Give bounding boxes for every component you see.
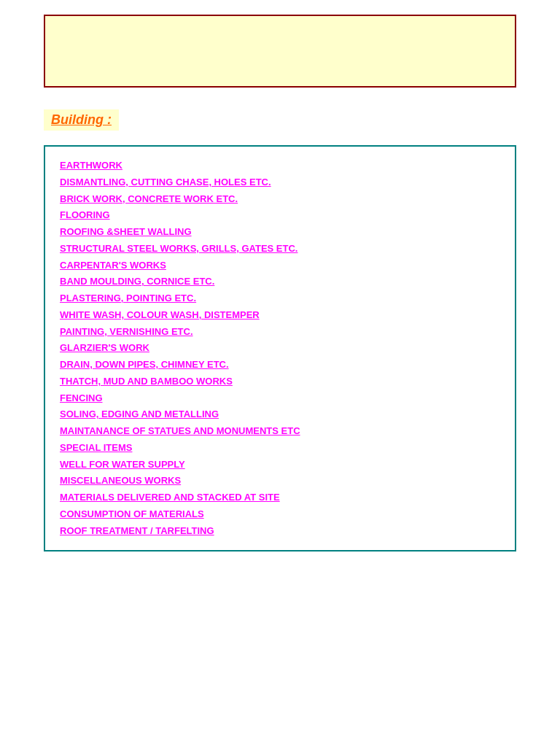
building-label: Building : <box>44 109 119 131</box>
list-item[interactable]: ROOFING &SHEET WALLING <box>60 224 500 241</box>
list-item[interactable]: BRICK WORK, CONCRETE WORK ETC. <box>60 191 500 208</box>
header-box <box>44 15 516 88</box>
list-item[interactable]: FLOORING <box>60 207 500 224</box>
items-box: EARTHWORKDISMANTLING, CUTTING CHASE, HOL… <box>44 145 516 551</box>
page-container: Building : EARTHWORKDISMANTLING, CUTTING… <box>0 0 560 747</box>
list-item[interactable]: FENCING <box>60 390 500 407</box>
list-item[interactable]: EARTHWORK <box>60 158 500 174</box>
list-item[interactable]: STRUCTURAL STEEL WORKS, GRILLS, GATES ET… <box>60 241 500 258</box>
list-item[interactable]: MAINTANANCE OF STATUES AND MONUMENTS ETC <box>60 423 500 440</box>
building-title: Building : <box>51 112 112 127</box>
list-item[interactable]: THATCH, MUD AND BAMBOO WORKS <box>60 374 500 390</box>
list-item[interactable]: ROOF TREATMENT / TARFELTING <box>60 523 500 540</box>
list-item[interactable]: DISMANTLING, CUTTING CHASE, HOLES ETC. <box>60 174 500 191</box>
list-item[interactable]: WHITE WASH, COLOUR WASH, DISTEMPER <box>60 307 500 324</box>
list-item[interactable]: MATERIALS DELIVERED AND STACKED AT SITE <box>60 489 500 506</box>
list-item[interactable]: BAND MOULDING, CORNICE ETC. <box>60 274 500 290</box>
list-item[interactable]: DRAIN, DOWN PIPES, CHIMNEY ETC. <box>60 357 500 374</box>
list-item[interactable]: SOLING, EDGING AND METALLING <box>60 406 500 423</box>
list-item[interactable]: CONSUMPTION OF MATERIALS <box>60 506 500 523</box>
list-item[interactable]: GLARZIER'S WORK <box>60 340 500 357</box>
list-item[interactable]: CARPENTAR'S WORKS <box>60 258 500 274</box>
list-item[interactable]: PLASTERING, POINTING ETC. <box>60 290 500 307</box>
list-item[interactable]: WELL FOR WATER SUPPLY <box>60 457 500 473</box>
list-item[interactable]: SPECIAL ITEMS <box>60 440 500 457</box>
list-item[interactable]: PAINTING, VERNISHING ETC. <box>60 324 500 341</box>
list-item[interactable]: MISCELLANEOUS WORKS <box>60 473 500 489</box>
